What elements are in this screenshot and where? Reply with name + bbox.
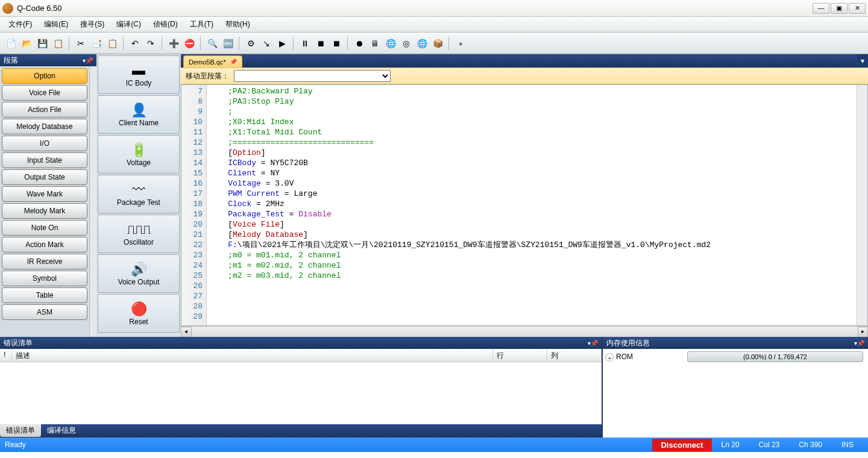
section-output-state[interactable]: Output State [2,169,87,185]
record-button[interactable]: ⏺ [352,36,366,51]
code-line[interactable]: [Voice File] [209,219,854,230]
code-line[interactable]: ;PA3:Stop Play [209,96,854,107]
step-button[interactable]: ↘ [259,36,274,51]
vsep-button[interactable]: ∘ [453,36,468,51]
code-line[interactable]: ;============================== [209,137,854,148]
error-col-mark[interactable]: ! [0,349,12,362]
menu-h[interactable]: 帮助(H) [219,17,256,32]
pin-tab-icon[interactable]: 📌 [230,58,237,65]
stop-button[interactable]: ⏹ [313,36,328,51]
code-line[interactable]: [Melody Database] [209,230,854,240]
option-voice-output[interactable]: 🔊Voice Output [98,254,180,293]
pkg-button[interactable]: 📦 [430,36,445,51]
menu-c[interactable]: 编译(C) [110,17,147,32]
option-voltage[interactable]: 🔋Voltage [98,135,180,174]
section-ir-receive[interactable]: IR Receive [2,254,87,269]
pin-icon[interactable]: 📌 [591,340,598,347]
qc-button[interactable]: ◎ [399,36,414,51]
error-col-line[interactable]: 行 [493,349,547,362]
remove-mark-button[interactable]: ⛔ [182,36,197,51]
code-line[interactable]: ;PA2:Backward Play [209,86,854,96]
code-line[interactable]: F:\项目\2021年工作项目\沈定双\一月\20210119_SZY21015… [209,240,854,250]
copy-button[interactable]: 📑 [89,36,104,51]
section-i/o[interactable]: I/O [2,136,87,151]
option-oscillator[interactable]: ⎍⎍⎍Oscillator [98,215,180,253]
menu-e[interactable]: 编辑(E) [38,17,74,32]
code-line[interactable]: ;m2 = m03.mid, 2 channel [209,271,854,281]
code-line[interactable]: Client = NY [209,168,854,178]
hscroll-left-arrow[interactable]: ◂ [181,327,192,337]
code-line[interactable]: ICBody = NY5C720B [209,158,854,168]
section-option[interactable]: Option [2,68,87,84]
option-cell-label: Voltage [127,158,151,167]
option-ic-body[interactable]: ▬IC Body [98,55,180,94]
sort-button[interactable]: 🔤 [221,36,235,51]
section-melody-database[interactable]: Melody Database [2,119,87,134]
hscroll-right-arrow[interactable]: ▸ [858,327,869,337]
editor-hscroll[interactable]: ◂ ▸ [181,326,868,337]
menu-d[interactable]: 侦错(D) [147,17,184,32]
section-melody-mark[interactable]: Melody Mark [2,203,87,219]
code-line[interactable]: ; [209,107,854,117]
new-file-button[interactable]: 📄 [4,36,18,51]
tab-compile-info[interactable]: 编译信息 [41,424,82,437]
error-col-desc[interactable]: 描述 [12,349,493,362]
section-symbol[interactable]: Symbol [2,271,87,286]
redo-button[interactable]: ↷ [143,36,158,51]
option-client-name[interactable]: 👤Client Name [98,95,180,134]
code-line[interactable]: ;X1:Total Midi Count [209,127,854,137]
editor-tab-demo5b[interactable]: Demo5B.qc* 📌 [183,55,242,67]
sidebar-scrollbar[interactable] [89,66,96,337]
maximize-button[interactable]: ▣ [831,3,848,14]
save-button[interactable]: 💾 [35,36,49,51]
status-disconnect[interactable]: Disconnect [652,439,711,451]
globe-button[interactable]: 🌐 [383,36,398,51]
play-button[interactable]: ▶ [275,36,289,51]
code-line[interactable]: PWM Current = Large [209,189,854,199]
code-line[interactable]: ;m1 = m02.mid, 2 channel [209,260,854,271]
chip-button[interactable]: 🖥 [368,36,382,51]
menu-s[interactable]: 搜寻(S) [74,17,110,32]
pin-icon[interactable]: 📌 [857,340,864,347]
menu-t[interactable]: 工具(T) [184,17,219,32]
option-reset[interactable]: 🔴Reset [98,294,180,333]
find-button[interactable]: 🔍 [205,36,219,51]
menu-f[interactable]: 文件(F) [2,17,38,32]
code-line[interactable]: Voltage = 3.0V [209,178,854,189]
code-line[interactable]: ;X0:Midi Index [209,117,854,127]
tab-error-list[interactable]: 错误清单 [0,424,41,437]
code-line[interactable]: Clock = 2MHz [209,199,854,209]
editor-menu-icon[interactable]: ▾ [857,57,868,65]
code-line[interactable]: ;m0 = m01.mid, 2 channel [209,250,854,260]
jump-select[interactable] [234,70,391,82]
code-editor[interactable]: 7891011121314151617181920212223242526272… [181,84,868,326]
code-content[interactable]: ;PA2:Backward Play ;PA3:Stop Play ; ;X0:… [207,85,857,325]
section-note-on[interactable]: Note On [2,220,87,236]
add-mark-button[interactable]: ➕ [166,36,181,51]
section-table[interactable]: Table [2,287,87,303]
section-action-file[interactable]: Action File [2,102,87,118]
paste-button[interactable]: 📋 [105,36,119,51]
option-package-test[interactable]: 〰Package Test [98,175,180,213]
net-button[interactable]: 🌐 [415,36,429,51]
minimize-button[interactable]: ― [813,3,829,14]
code-line[interactable]: [Option] [209,148,854,158]
code-line[interactable]: Package_Test = Disable [209,209,854,219]
pin-icon[interactable]: 📌 [86,57,93,64]
section-input-state[interactable]: Input State [2,152,87,168]
build-button[interactable]: ⚙ [244,36,258,51]
error-col-col[interactable]: 列 [547,349,602,362]
pause-button[interactable]: ⏸ [298,36,312,51]
close-button[interactable]: ✕ [849,3,866,14]
section-asm[interactable]: ASM [2,304,87,320]
open-file-button[interactable]: 📂 [19,36,34,51]
section-action-mark[interactable]: Action Mark [2,237,87,253]
cut-button[interactable]: ✂ [74,36,88,51]
editor-vscroll[interactable] [857,85,867,325]
rom-expand-toggle[interactable]: ⌄ [604,353,615,362]
section-voice-file[interactable]: Voice File [2,85,87,101]
stop2-button[interactable]: ⏹ [329,36,344,51]
undo-button[interactable]: ↶ [128,36,142,51]
save-all-button[interactable]: 📋 [51,36,65,51]
section-wave-mark[interactable]: Wave Mark [2,186,87,202]
